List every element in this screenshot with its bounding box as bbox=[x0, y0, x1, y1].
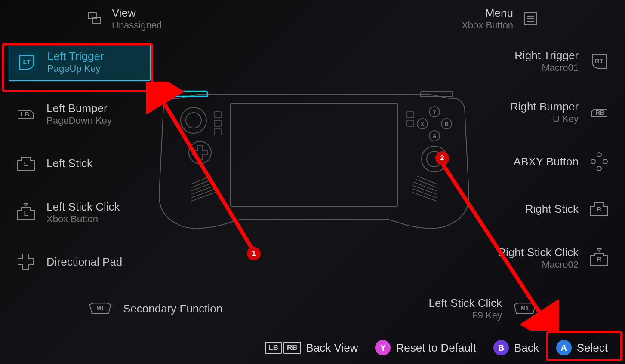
svg-text:B: B bbox=[445, 121, 449, 127]
rb-label: Right Bumper bbox=[510, 100, 579, 113]
svg-point-14 bbox=[603, 159, 607, 164]
svg-text:Y: Y bbox=[433, 109, 436, 115]
m1-button[interactable]: M1 Secondary Function bbox=[86, 297, 222, 321]
svg-rect-36 bbox=[407, 120, 414, 126]
m2-assignment: F9 Key bbox=[429, 310, 502, 321]
svg-text:X: X bbox=[421, 121, 424, 127]
menu-button[interactable]: Menu Xbox Button bbox=[462, 6, 539, 31]
lb-label: Left Bumper bbox=[46, 102, 112, 115]
menu-icon bbox=[522, 10, 539, 28]
back-action[interactable]: B Back bbox=[493, 340, 539, 355]
rt-assignment: Macro01 bbox=[514, 62, 579, 73]
svg-point-22 bbox=[427, 151, 442, 167]
lsc-assignment: Xbox Button bbox=[46, 214, 120, 225]
select-label: Select bbox=[577, 341, 608, 355]
left-stick-click-button[interactable]: L Left Stick Click Xbox Button bbox=[9, 194, 151, 231]
rsc-assignment: Macro02 bbox=[498, 259, 579, 270]
menu-label: Menu bbox=[462, 6, 513, 20]
bottom-row: M1 Secondary Function M2 Left Stick Clic… bbox=[0, 297, 625, 321]
svg-text:L: L bbox=[24, 210, 28, 217]
abxy-icon bbox=[587, 151, 611, 172]
svg-line-39 bbox=[191, 182, 214, 191]
svg-rect-18 bbox=[230, 103, 398, 206]
view-button[interactable]: View Unassigned bbox=[86, 6, 162, 31]
right-column: RT Right Trigger Macro01 RB Right Bumper… bbox=[474, 43, 616, 291]
top-row: View Unassigned Menu Xbox Button bbox=[0, 6, 625, 31]
left-stick-button[interactable]: L Left Stick bbox=[9, 147, 151, 180]
rsc-label: Right Stick Click bbox=[498, 246, 579, 259]
back-label: Back bbox=[514, 341, 539, 355]
y-badge-icon: Y bbox=[375, 340, 391, 355]
view-assignment: Unassigned bbox=[112, 20, 162, 31]
lt-label: Left Trigger bbox=[47, 50, 104, 63]
svg-point-13 bbox=[591, 159, 595, 164]
m2-label: Left Stick Click bbox=[429, 297, 502, 310]
reset-label: Reset to Default bbox=[396, 341, 476, 355]
m2-icon: M2 bbox=[511, 299, 539, 319]
svg-text:A: A bbox=[433, 133, 437, 139]
back-view-label: Back View bbox=[306, 341, 358, 355]
svg-line-44 bbox=[416, 179, 437, 187]
rsc-icon: R bbox=[587, 248, 611, 269]
svg-rect-35 bbox=[407, 112, 414, 118]
lb-assignment: PageDown Key bbox=[46, 115, 112, 126]
svg-text:L: L bbox=[24, 160, 28, 167]
svg-point-21 bbox=[422, 146, 447, 172]
left-bumper-button[interactable]: LB Left Bumper PageDown Key bbox=[9, 96, 151, 132]
rt-icon: RT bbox=[587, 51, 611, 72]
abxy-label: ABXY Button bbox=[514, 155, 579, 168]
directional-pad-button[interactable]: Directional Pad bbox=[9, 245, 151, 278]
lsc-icon: L bbox=[14, 202, 38, 223]
svg-rect-34 bbox=[214, 129, 221, 135]
dpad-icon bbox=[14, 251, 38, 272]
svg-text:LB: LB bbox=[21, 110, 29, 118]
annotation-marker-1: 1 bbox=[247, 247, 261, 260]
m1-icon: M1 bbox=[86, 299, 114, 319]
svg-text:M1: M1 bbox=[96, 305, 104, 311]
svg-text:M2: M2 bbox=[521, 305, 529, 311]
dpad-label: Directional Pad bbox=[46, 255, 122, 269]
ls-label: Left Stick bbox=[46, 157, 92, 170]
right-trigger-button[interactable]: RT Right Trigger Macro01 bbox=[474, 43, 616, 80]
svg-text:LT: LT bbox=[23, 58, 30, 65]
svg-text:RB: RB bbox=[595, 109, 605, 116]
svg-line-43 bbox=[417, 176, 437, 184]
lbrb-icon: LB RB bbox=[265, 342, 301, 354]
lt-icon: LT bbox=[15, 52, 39, 73]
abxy-button[interactable]: ABXY Button bbox=[474, 145, 616, 178]
menu-assignment: Xbox Button bbox=[462, 20, 513, 31]
svg-point-15 bbox=[597, 166, 601, 171]
svg-point-23 bbox=[189, 141, 211, 164]
device-illustration: Y X B A bbox=[155, 90, 473, 236]
right-stick-click-button[interactable]: R Right Stick Click Macro02 bbox=[474, 240, 616, 276]
view-label: View bbox=[112, 6, 162, 20]
lt-assignment: PageUp Key bbox=[47, 63, 104, 74]
b-badge-icon: B bbox=[493, 340, 509, 355]
right-bumper-button[interactable]: RB Right Bumper U Key bbox=[474, 94, 616, 131]
svg-text:R: R bbox=[597, 205, 602, 213]
a-badge-icon: A bbox=[556, 340, 572, 355]
lb-icon: LB bbox=[14, 104, 38, 125]
svg-line-37 bbox=[191, 176, 211, 184]
left-trigger-button[interactable]: LT Left Trigger PageUp Key bbox=[9, 43, 151, 81]
svg-point-12 bbox=[597, 153, 601, 157]
svg-text:RT: RT bbox=[595, 57, 603, 64]
right-stick-button[interactable]: R Right Stick bbox=[474, 193, 616, 225]
svg-line-38 bbox=[191, 179, 212, 187]
left-column: LT Left Trigger PageUp Key LB Left Bumpe… bbox=[9, 43, 151, 293]
footer-bar: LB RB Back View Y Reset to Default B Bac… bbox=[265, 340, 608, 355]
lsc-label: Left Stick Click bbox=[46, 200, 120, 214]
m1-label: Secondary Function bbox=[123, 302, 222, 315]
view-icon bbox=[86, 10, 103, 28]
rs-icon: R bbox=[587, 199, 611, 219]
svg-line-45 bbox=[414, 182, 437, 191]
reset-action[interactable]: Y Reset to Default bbox=[375, 340, 476, 355]
ls-icon: L bbox=[14, 153, 38, 174]
m2-button[interactable]: M2 Left Stick Click F9 Key bbox=[429, 297, 539, 321]
svg-rect-33 bbox=[214, 120, 221, 126]
svg-point-19 bbox=[181, 107, 206, 133]
svg-text:R: R bbox=[597, 255, 602, 263]
rb-icon: RB bbox=[587, 102, 611, 123]
select-action[interactable]: A Select bbox=[556, 340, 608, 355]
back-view-action[interactable]: LB RB Back View bbox=[265, 341, 358, 355]
